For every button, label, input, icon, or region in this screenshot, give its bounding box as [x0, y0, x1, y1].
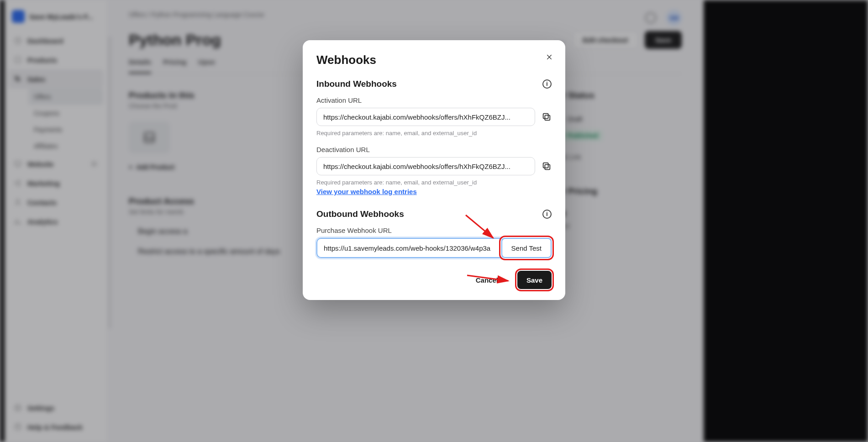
save-button[interactable]: Save — [517, 271, 552, 289]
cancel-label: Cancel — [476, 276, 498, 284]
info-icon[interactable]: i — [542, 79, 552, 89]
purchase-label: Purchase Webhook URL — [316, 226, 552, 234]
copy-activation-button[interactable] — [542, 112, 552, 122]
cancel-button[interactable]: Cancel — [467, 271, 507, 289]
purchase-url-input[interactable]: https://u1.savemyleads.com/web-hooks/132… — [316, 238, 501, 258]
activation-label: Activation URL — [316, 96, 552, 104]
close-icon — [546, 53, 553, 61]
deactivation-url-value: https://checkout.kajabi.com/webhooks/off… — [323, 163, 510, 170]
svg-rect-11 — [545, 164, 550, 169]
svg-rect-9 — [545, 115, 550, 120]
info-icon[interactable]: i — [542, 210, 552, 219]
svg-rect-12 — [543, 163, 548, 168]
modal-title: Webhooks — [316, 53, 552, 67]
outbound-heading: Outbound Webhooks — [316, 209, 404, 219]
copy-deactivation-button[interactable] — [542, 161, 552, 171]
copy-icon — [542, 112, 552, 122]
send-test-button[interactable]: Send Test — [501, 238, 552, 258]
save-label: Save — [526, 276, 542, 284]
deactivation-label: Deactivation URL — [316, 146, 552, 153]
inbound-heading: Inbound Webhooks — [316, 79, 397, 89]
purchase-url-value: https://u1.savemyleads.com/web-hooks/132… — [324, 244, 490, 252]
deactivation-help: Required parameters are: name, email, an… — [316, 179, 552, 186]
webhooks-modal: Webhooks Inbound Webhooks i Activation U… — [303, 40, 565, 300]
deactivation-url-field[interactable]: https://checkout.kajabi.com/webhooks/off… — [316, 157, 535, 175]
activation-url-field[interactable]: https://checkout.kajabi.com/webhooks/off… — [316, 108, 535, 126]
webhook-log-link[interactable]: View your webhook log entries — [316, 188, 417, 195]
svg-rect-10 — [543, 114, 548, 119]
activation-help: Required parameters are: name, email, an… — [316, 130, 552, 137]
close-button[interactable] — [544, 52, 554, 62]
activation-url-value: https://checkout.kajabi.com/webhooks/off… — [323, 113, 510, 121]
send-test-label: Send Test — [511, 244, 542, 252]
copy-icon — [542, 161, 552, 171]
